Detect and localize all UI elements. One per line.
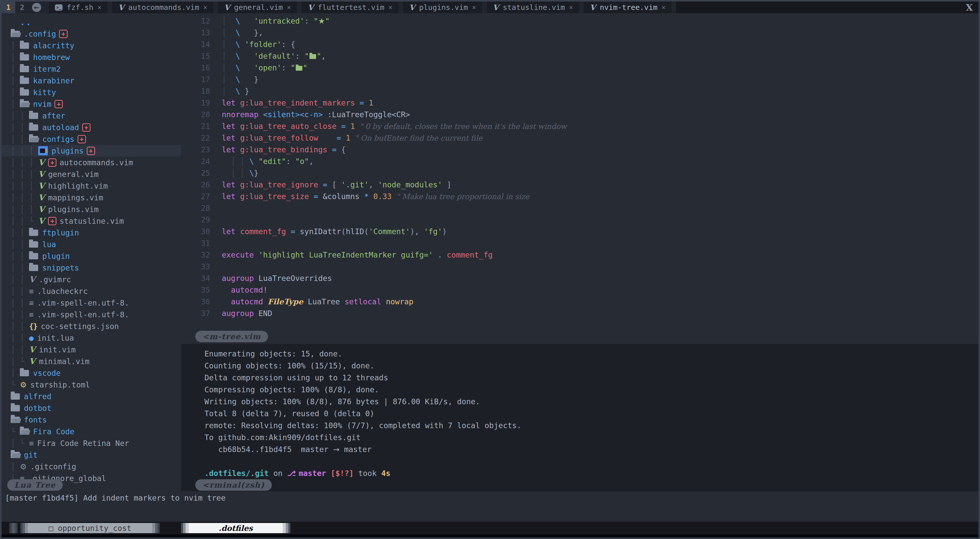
tab-autocommands.vim[interactable]: Vautocommands.vim× [112, 2, 213, 13]
folder-icon [20, 89, 29, 95]
close-icon[interactable]: × [97, 3, 102, 11]
close-icon[interactable]: × [662, 3, 666, 11]
tree-item-plugins[interactable]: │ │ │ plugins+ [2, 145, 181, 157]
tab-nvim-tree.vim[interactable]: Vnvim-tree.vim× [584, 2, 671, 13]
tree-item-.gvimrc[interactable]: │ │ V.gvimrc [2, 273, 181, 285]
tree-guides: │ │ │ [11, 170, 38, 179]
close-icon[interactable]: × [472, 3, 476, 11]
close-icon[interactable]: × [388, 3, 392, 11]
tree-item-init.vim[interactable]: │ │ Vinit.vim [2, 344, 181, 355]
tmux-window-.dotfiles[interactable]: .dotfiles [181, 523, 290, 533]
tree-item-configs[interactable]: │ │ configs+ [2, 133, 181, 145]
file-tree-pane[interactable]: ...config+│ alacritty│ homebrew│ iterm2│… [2, 13, 181, 491]
tree-item-label: alacritty [33, 41, 75, 50]
folder-icon [20, 78, 29, 84]
tree-item-autocommands.vim[interactable]: │ │ │ V+autocommands.vim [2, 157, 181, 168]
tree-item-autoload[interactable]: │ │ autoload+ [2, 121, 181, 133]
tree-guides: │ │ [11, 287, 29, 296]
tree-item-Fira Code Retina Ner[interactable]: │ └ ≡Fira Code Retina Ner [2, 437, 181, 449]
tree-item-fonts[interactable]: fonts [2, 414, 181, 426]
terminal-line-9: cb68b54..f1bd4f5 master → master [204, 444, 978, 455]
tmux-window-2-indicator[interactable]: 2 [15, 2, 29, 13]
tree-item-ftplugin[interactable]: │ │ ftplugin [2, 227, 181, 238]
tree-item-coc-settings.json[interactable]: │ │ {}coc-settings.json [2, 320, 181, 332]
tree-item-statusline.vim[interactable]: │ │ └ V+statusline.vim [2, 215, 181, 227]
code-line-14: 14│ \ 'folder': { [181, 39, 978, 50]
tree-guides: │ [11, 462, 20, 471]
tree-item-homebrew[interactable]: │ homebrew [2, 51, 181, 63]
code-text: │ \ 'default': "", [222, 50, 326, 62]
tmux-bar-chip [9, 523, 18, 533]
tree-item-alacritty[interactable]: │ alacritty [2, 40, 181, 51]
tmux-window--opportunity-cost[interactable]: □ opportunity_cost [20, 523, 160, 533]
folder-open-icon [11, 452, 20, 458]
editor-pane[interactable]: 12│ \ 'untracked': "★"13│ \ },14│ \ 'fol… [181, 13, 978, 344]
tree-item-..[interactable]: .. [2, 16, 181, 28]
tab-general.vim[interactable]: Vgeneral.vim× [218, 2, 297, 13]
tree-item-dotbot[interactable]: dotbot [2, 402, 181, 414]
close-icon[interactable]: × [569, 3, 573, 11]
code-line-21: 21let g:lua_tree_auto_close = 1 " 0 by d… [181, 121, 978, 132]
line-number: 21 [181, 121, 222, 132]
tree-item-.luacheckrc[interactable]: │ │ ≡.luacheckrc [2, 285, 181, 297]
code-line-17: 17│ \ } [181, 74, 978, 86]
tab-fzf.sh[interactable]: >_fzf.sh× [49, 2, 108, 13]
tree-item-snippets[interactable]: │ │ snippets [2, 262, 181, 273]
line-number: 33 [181, 261, 222, 273]
tree-guides: │ │ [11, 123, 29, 132]
tree-item-.gitconfig[interactable]: │ ⚙.gitconfig [2, 461, 181, 472]
tree-item-label: git [24, 450, 38, 460]
close-icon[interactable]: × [204, 3, 207, 11]
tree-item-iterm2[interactable]: │ iterm2 [2, 63, 181, 75]
back-icon[interactable]: ← [29, 2, 44, 13]
tree-item-minimal.vim[interactable]: │ └ Vminimal.vim [2, 355, 181, 367]
tree-item-nvim[interactable]: │ nvim+ [2, 98, 181, 110]
tree-item-label: .vim-spell-en.utf-8. [37, 310, 129, 319]
tree-item-label: .luacheckrc [37, 287, 88, 296]
terminal-line-3: Delta compression using up to 12 threads [204, 372, 978, 384]
tmux-window-list: □ opportunity_cost.dotfiles [20, 523, 290, 533]
tree-item-general.vim[interactable]: │ │ │ Vgeneral.vim [2, 168, 181, 180]
tree-item-.vim-spell-en.utf-8.[interactable]: │ │ ≡.vim-spell-en.utf-8. [2, 297, 181, 308]
tree-item-Fira Code[interactable]: └ Fira Code [2, 426, 181, 437]
code-text: execute 'highlight LuaTreeIndentMarker g… [222, 249, 493, 261]
tree-item-highlight.vim[interactable]: │ │ │ Vhighlight.vim [2, 180, 181, 192]
tree-item-mappings.vim[interactable]: │ │ │ Vmappings.vim [2, 192, 181, 204]
tree-item-.vim-spell-en.utf-8.[interactable]: │ │ ≡.vim-spell-en.utf-8. [2, 308, 181, 320]
tree-item-label: .config [24, 30, 56, 38]
tree-item-karabiner[interactable]: │ karabiner [2, 75, 181, 86]
tree-item-kitty[interactable]: │ kitty [2, 86, 181, 98]
code-line-26: 26let g:lua_tree_ignore = [ '.git', 'nod… [181, 179, 978, 191]
code-line-13: 13│ \ }, [181, 27, 978, 39]
tree-item-vscode[interactable]: │ vscode [2, 367, 181, 379]
app-window: 1 2 ← >_fzf.sh×Vautocommands.vim×Vgenera… [0, 0, 980, 539]
code-text: │ \ } [222, 74, 259, 86]
code-line-16: 16│ \ 'open': "" [181, 62, 978, 74]
tab-plugins.vim[interactable]: Vplugins.vim× [403, 2, 482, 13]
tab-statusline.vim[interactable]: Vstatusline.vim× [487, 2, 579, 13]
tree-item-after[interactable]: │ │ after [2, 110, 181, 121]
tree-item-plugin[interactable]: │ │ plugin [2, 250, 181, 262]
tree-item-label: autocommands.vim [59, 158, 133, 167]
tmux-window-1-indicator[interactable]: 1 [2, 2, 15, 13]
close-icon[interactable]: × [287, 3, 291, 11]
tree-item-plugins.vim[interactable]: │ │ │ Vplugins.vim [2, 204, 181, 215]
code-line-18: 18│ \ } [181, 86, 978, 97]
tree-item-alfred[interactable]: alfred [2, 391, 181, 402]
tab-fluttertest.vim[interactable]: Vfluttertest.vim× [302, 2, 398, 13]
bottom-strip [2, 534, 978, 537]
tree-item-starship.toml[interactable]: └ ⚙starship.toml [2, 379, 181, 391]
terminal-pane[interactable]: Enumerating objects: 15, done.Counting o… [181, 344, 978, 491]
tree-guides: │ │ │ [11, 146, 38, 155]
terminal-line-4: Compressing objects: 100% (8/8), done. [204, 384, 978, 396]
tree-item-init.lua[interactable]: │ │ ●init.lua [2, 332, 181, 344]
tree-guides: │ └ [11, 357, 29, 366]
close-window-icon[interactable]: X [966, 2, 973, 13]
tree-item-git[interactable]: git [2, 449, 181, 461]
tree-item-.config[interactable]: .config+ [2, 28, 181, 40]
folder-icon [20, 66, 29, 72]
code-text: │ \ 'untracked': "★" [222, 15, 329, 27]
tree-item-lua[interactable]: │ │ lua [2, 238, 181, 250]
tree-item-label: highlight.vim [48, 181, 108, 191]
file-tree: ...config+│ alacritty│ homebrew│ iterm2│… [2, 16, 181, 484]
